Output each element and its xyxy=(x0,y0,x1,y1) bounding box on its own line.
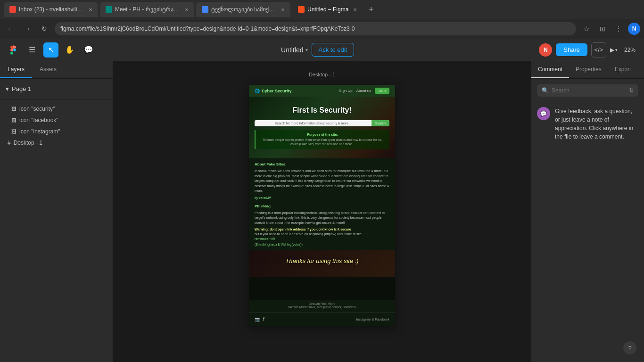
right-panel-tabs: Comment Properties Export xyxy=(531,61,644,79)
tab-assets[interactable]: Assets xyxy=(32,61,64,78)
footer-social-text: Instagram & Facebook xyxy=(356,318,389,321)
refresh-button[interactable]: ↻ xyxy=(38,22,51,35)
tech-tab-label: ტექნოლოგიები სამoქალაქ... xyxy=(211,6,276,13)
tech-tab-icon xyxy=(202,6,208,13)
figma-tab-label: Untitled – Figma xyxy=(307,6,348,13)
canvas-area[interactable]: Desktop - 1 🌐 Cyber Security Sign Up Abo… xyxy=(113,61,531,362)
thanks-text: Thanks for using this site :) xyxy=(255,257,389,264)
select-tool-button[interactable]: ↖ xyxy=(43,42,58,58)
figma-toolbar: ☰ ↖ ✋ 💬 Untitled ▾ Ask to edit N Share <… xyxy=(0,39,644,61)
browser-tabs-bar: Inbox (23) - rtveliashvilinika@g... ✕ Me… xyxy=(0,0,644,19)
design-frame: 🌐 Cyber Security Sign Up About us Join F… xyxy=(249,85,395,326)
tab-properties[interactable]: Properties xyxy=(569,61,608,78)
left-panel: Layers Assets ▾ Page 1 🖼 icon "security"… xyxy=(0,61,113,362)
phishing-section: Phishing Phishing is a most popular hack… xyxy=(255,204,389,247)
globe-icon: 🌐 xyxy=(255,89,260,93)
layers-section: ▾ Page 1 🖼 icon "security" 🖼 icon "faceb… xyxy=(0,79,113,362)
tab-export[interactable]: Export xyxy=(608,61,638,78)
forward-button[interactable]: → xyxy=(21,22,34,35)
tab-comment[interactable]: Comment xyxy=(531,61,569,78)
help-button[interactable]: ? xyxy=(623,341,636,354)
note-text: but if you need to open it observe on be… xyxy=(255,232,389,236)
tab-tech[interactable]: ტექნოლოგიები სამoქალაქ... ✕ xyxy=(196,2,290,17)
comment-bubble: 💬 Give feedback, ask a question, or just… xyxy=(537,102,638,146)
site-footer: 📷 f Instagram & Facebook xyxy=(249,313,395,326)
layer-desktop-1[interactable]: # Desktop - 1 xyxy=(0,137,113,148)
new-tab-button[interactable]: + xyxy=(364,3,378,16)
layer-icon-facebook-icon: 🖼 xyxy=(11,117,17,123)
join-button[interactable]: Join xyxy=(375,88,389,94)
layer-icon-facebook[interactable]: 🖼 icon "facebook" xyxy=(0,115,113,126)
warning-text: Warning: dont open link address if you d… xyxy=(255,228,389,231)
address-input[interactable] xyxy=(55,22,576,35)
about-fake-sites-section: About Fake Sites: In social media we ope… xyxy=(255,162,389,199)
comment-tool-button[interactable]: 💬 xyxy=(81,42,96,58)
zoom-level[interactable]: 22% xyxy=(621,45,638,55)
about-sites-title: About Fake Sites: xyxy=(255,162,389,166)
tab-figma[interactable]: Untitled – Figma ✕ xyxy=(292,2,363,17)
sign-up-link[interactable]: Sign Up xyxy=(339,89,352,93)
site-title: First Is Security! xyxy=(255,106,389,115)
purpose-box: Purpose of the site: To teach people how… xyxy=(255,130,389,149)
layer-desktop-icon: # xyxy=(8,140,11,146)
tab-gmail[interactable]: Inbox (23) - rtveliashvilinika@g... ✕ xyxy=(4,2,98,17)
layer-icon-instagram[interactable]: 🖼 icon "instagram" xyxy=(0,126,113,137)
figma-tab-icon xyxy=(298,6,305,13)
site-hero: First Is Security! Search for more infor… xyxy=(249,97,395,158)
figma-tab-close[interactable]: ✕ xyxy=(353,7,357,12)
search-button[interactable]: Search xyxy=(372,120,389,126)
right-panel: Comment Properties Export 🔍 ⇅ 💬 Give fee… xyxy=(531,61,644,362)
facebook-icon[interactable]: f xyxy=(263,317,264,322)
meet-tab-close[interactable]: ✕ xyxy=(185,7,189,12)
page-1-item[interactable]: ▾ Page 1 xyxy=(0,82,113,95)
tab-meet[interactable]: Meet - PH - რეგისტრაცია... ✕ xyxy=(100,2,194,17)
move-tool-button[interactable]: ☰ xyxy=(25,42,40,58)
current-user-avatar: N xyxy=(539,43,552,57)
geolab-text: GeoLab Final Work xyxy=(255,302,389,305)
instagram-icon[interactable]: 📷 xyxy=(255,317,260,322)
search-icon: 🔍 xyxy=(542,87,549,94)
tab-layers[interactable]: Layers xyxy=(0,61,32,78)
ask-to-edit-button[interactable]: Ask to edit xyxy=(312,43,355,57)
site-nav: 🌐 Cyber Security Sign Up About us Join xyxy=(249,85,395,97)
comment-search-input[interactable] xyxy=(552,87,626,94)
site-brand: 🌐 Cyber Security xyxy=(255,89,292,93)
tech-tab-close[interactable]: ✕ xyxy=(281,7,285,12)
filter-icon[interactable]: ⇅ xyxy=(629,87,634,94)
play-button[interactable]: ▶ ▾ xyxy=(610,47,618,53)
browser-toolbar-icons: ☆ ⊞ ⋮ N xyxy=(580,22,640,35)
layer-icon-instagram-icon: 🖼 xyxy=(11,129,17,134)
about-us-link[interactable]: About us xyxy=(356,89,372,93)
browser-menu-icon[interactable]: ⋮ xyxy=(612,22,625,35)
gmail-tab-icon xyxy=(9,6,16,13)
browser-profile-avatar[interactable]: N xyxy=(628,23,640,35)
search-bar: Search for more information about securi… xyxy=(255,120,389,126)
play-chevron-icon: ▾ xyxy=(615,48,618,52)
hand-tool-button[interactable]: ✋ xyxy=(62,42,77,58)
search-label: Search for more information about securi… xyxy=(255,120,372,126)
comment-search-bar[interactable]: 🔍 ⇅ xyxy=(537,84,638,97)
bookmark-icon[interactable]: ☆ xyxy=(580,22,593,35)
dark-section xyxy=(249,277,395,300)
layer-icon-security[interactable]: 🖼 icon "security" xyxy=(0,103,113,115)
thanks-section: Thanks for using this site :) xyxy=(249,250,395,277)
comment-user-avatar: 💬 xyxy=(537,107,550,120)
comment-text: Give feedback, ask a question, or just l… xyxy=(555,107,638,141)
canvas-frame-label: Desktop - 1 xyxy=(309,72,335,77)
gmail-tab-label: Inbox (23) - rtveliashvilinika@g... xyxy=(19,6,84,13)
purpose-title: Purpose of the site: xyxy=(259,133,386,136)
comment-body: Give feedback, ask a question, or just l… xyxy=(555,107,638,141)
comment-icon: 💬 xyxy=(540,111,547,117)
code-view-button[interactable]: </> xyxy=(591,42,606,58)
share-button[interactable]: Share xyxy=(556,43,587,56)
remember-text: remember it!!! xyxy=(255,237,389,240)
smishing-text: (Smishing(text) & Vishing(voice)) xyxy=(255,243,389,246)
extensions-icon[interactable]: ⊞ xyxy=(596,22,609,35)
gmail-tab-close[interactable]: ✕ xyxy=(89,7,92,12)
figma-toolbar-center: Untitled ▾ Ask to edit xyxy=(100,43,535,57)
meet-tab-label: Meet - PH - რეგისტრაცია... xyxy=(115,6,180,13)
file-name[interactable]: Untitled ▾ xyxy=(281,46,307,54)
figma-logo[interactable] xyxy=(6,42,21,58)
back-button[interactable]: ← xyxy=(4,22,17,35)
content-area: About Fake Sites: In social media we ope… xyxy=(249,158,395,250)
